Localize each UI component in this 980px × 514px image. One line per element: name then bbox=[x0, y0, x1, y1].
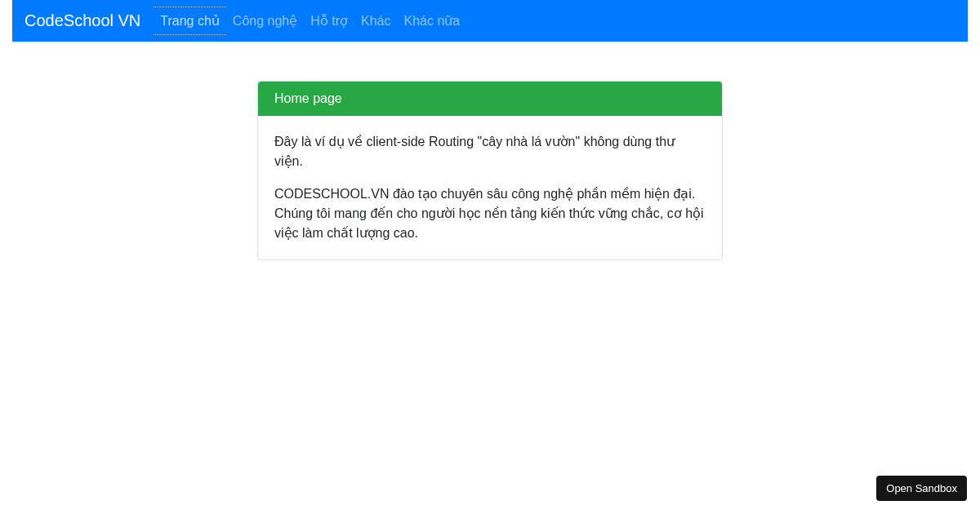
main-container: Home page Đây là ví dụ về client-side Ro… bbox=[257, 81, 723, 260]
nav-item-other: Khác bbox=[354, 7, 397, 35]
nav-item-home: Trang chủ bbox=[154, 7, 226, 35]
nav-link-support[interactable]: Hỗ trợ bbox=[304, 7, 354, 35]
nav-item-more: Khác nữa bbox=[398, 7, 467, 35]
card-paragraph-2: CODESCHOOL.VN đào tạo chuyên sâu công ng… bbox=[274, 184, 706, 243]
nav-list: Trang chủ Công nghệ Hỗ trợ Khác Khác nữa bbox=[154, 7, 466, 35]
card: Home page Đây là ví dụ về client-side Ro… bbox=[257, 81, 723, 260]
navbar-brand[interactable]: CodeSchool VN bbox=[24, 7, 140, 34]
nav-link-other[interactable]: Khác bbox=[354, 7, 397, 35]
nav-link-home[interactable]: Trang chủ bbox=[154, 7, 226, 35]
card-paragraph-1: Đây là ví dụ về client-side Routing "cây… bbox=[274, 132, 706, 171]
card-header: Home page bbox=[258, 82, 722, 116]
nav-item-support: Hỗ trợ bbox=[304, 7, 354, 35]
card-body: Đây là ví dụ về client-side Routing "cây… bbox=[258, 116, 722, 259]
navbar: CodeSchool VN Trang chủ Công nghệ Hỗ trợ… bbox=[12, 0, 968, 42]
open-sandbox-button[interactable]: Open Sandbox bbox=[876, 476, 967, 501]
nav-item-technology: Công nghệ bbox=[226, 7, 304, 35]
nav-link-more[interactable]: Khác nữa bbox=[398, 7, 467, 35]
nav-link-technology[interactable]: Công nghệ bbox=[226, 7, 304, 35]
